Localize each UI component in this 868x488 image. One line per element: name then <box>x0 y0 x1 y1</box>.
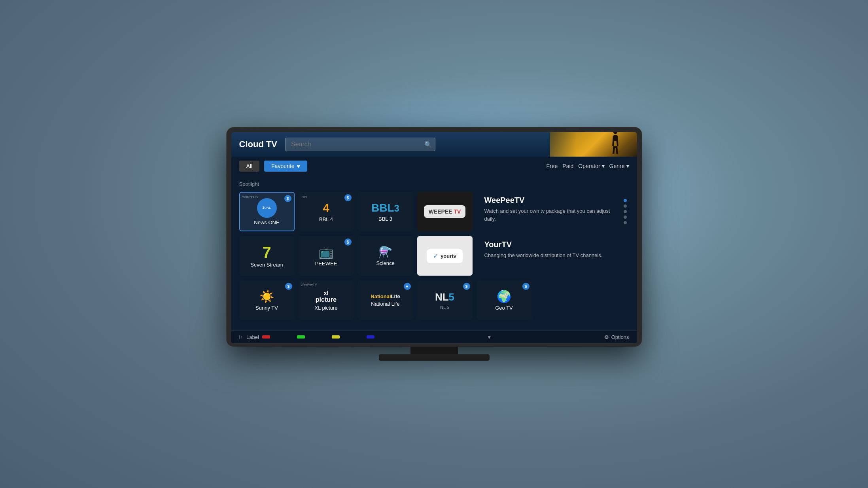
channel-science[interactable]: ⚗️ Science <box>358 236 413 276</box>
red-btn[interactable] <box>262 335 270 339</box>
seven-name: Seven Stream <box>250 262 283 268</box>
options-btn[interactable]: ⚙ Options <box>604 334 629 340</box>
channel-peewee[interactable]: 📺 PEEWEE $ <box>299 236 354 276</box>
dot-5[interactable] <box>624 221 627 224</box>
svg-point-0 <box>613 132 617 134</box>
national-life-name: National Life <box>371 301 399 307</box>
channel-national-life[interactable]: NationalLife National Life ♥ <box>358 280 413 320</box>
channel-weepeetv[interactable]: WEEPEE TV <box>417 192 473 231</box>
blue-btn[interactable] <box>367 335 374 339</box>
geo-name: Geo TV <box>495 305 513 311</box>
dot-4[interactable] <box>624 216 627 219</box>
xl-name: XL picture <box>314 305 337 311</box>
channel-geo-tv[interactable]: 🌍 Geo TV $ <box>477 280 532 320</box>
filter-all-btn[interactable]: All <box>239 161 260 172</box>
peewee-name: PEEWEE <box>315 261 337 267</box>
row-1: WeePeeTV 1 ONE News ONE $ BBL 4 BBL 4 $ <box>239 192 629 231</box>
nl5-name: NL 5 <box>440 305 449 310</box>
channel-sunny-tv[interactable]: ☀️ Sunny TV $ <box>239 280 295 320</box>
bbl3-logo: BBL3 <box>371 202 399 214</box>
news-one-name: News ONE <box>254 219 279 225</box>
geotv-icon: 🌍 <box>497 289 511 303</box>
filter-favourite-btn[interactable]: Favourite ♥ <box>264 161 307 172</box>
spotlight-panel-2: YourTV Changing the worldwide distributi… <box>477 236 629 263</box>
spotlight-panel-1: WeePeeTV Watch and set your own tv packa… <box>477 192 629 227</box>
national-life-logo: NationalLife <box>371 293 400 299</box>
channel-bbl4[interactable]: BBL 4 BBL 4 $ <box>299 192 354 231</box>
channel-bbl3[interactable]: BBL3 BBL 3 <box>358 192 413 231</box>
spotlight-desc-1: Watch and set your own tv package that y… <box>484 207 621 223</box>
row-3: ☀️ Sunny TV $ WeePeeTV xl picture XL pic… <box>239 280 629 320</box>
news-one-logo: 1 ONE <box>257 198 277 218</box>
science-icon: ⚗️ <box>378 246 392 259</box>
thumbnail-silhouette <box>609 132 621 157</box>
xl-logo: xl picture <box>316 290 337 303</box>
spotlight-name-1: WeePeeTV <box>484 196 621 205</box>
science-name: Science <box>376 260 394 266</box>
yourtv-logo: ✓ yourtv <box>427 249 463 263</box>
app-title: Cloud TV <box>239 139 278 149</box>
sunny-paid: $ <box>285 283 292 290</box>
sunny-icon: ☀️ <box>259 289 274 303</box>
nl5-logo: NL5 <box>435 291 454 303</box>
national-life-fav: ♥ <box>404 283 411 290</box>
news-one-paid: $ <box>284 195 291 202</box>
filter-free-btn[interactable]: Free <box>547 163 558 169</box>
seven-logo: 7 <box>262 244 271 260</box>
filter-bar: All Favourite ♥ Free Paid Operator ▾ Gen… <box>231 157 637 176</box>
nl5-paid: $ <box>463 283 470 290</box>
bbl4-paid: $ <box>344 194 352 201</box>
label-text: Label <box>246 334 259 340</box>
bottom-info: i+ Label <box>239 334 374 340</box>
bbl4-name: BBL 4 <box>319 216 333 222</box>
tv-wrapper: Cloud TV 🔍 All <box>217 127 652 361</box>
weeepetv-tag: WeePeeTV <box>242 195 259 199</box>
search-button[interactable]: 🔍 <box>424 141 432 148</box>
main-content: Spotlight WeePeeTV 1 ONE News ONE $ <box>231 176 637 330</box>
channel-seven-stream[interactable]: 7 Seven Stream <box>239 236 295 276</box>
header-thumbnail <box>550 132 637 157</box>
sunny-name: Sunny TV <box>255 305 278 311</box>
dot-1[interactable] <box>624 199 627 202</box>
header: Cloud TV 🔍 <box>231 132 637 157</box>
geo-paid: $ <box>522 283 529 290</box>
bottom-bar: i+ Label ▼ ⚙ Options <box>231 330 637 343</box>
dot-3[interactable] <box>624 210 627 213</box>
tv-frame: Cloud TV 🔍 All <box>227 127 642 346</box>
section-spotlight-label: Spotlight <box>239 181 629 187</box>
xl-weeepetv-tag: WeePeeTV <box>301 283 317 286</box>
peewee-icon: 📺 <box>319 245 333 259</box>
yellow-btn[interactable] <box>332 335 340 339</box>
channel-news-one[interactable]: WeePeeTV 1 ONE News ONE $ <box>239 192 295 231</box>
search-input[interactable] <box>285 138 435 151</box>
spotlight-name-2: YourTV <box>484 240 621 249</box>
row-2: 7 Seven Stream 📺 PEEWEE $ ⚗️ Science <box>239 236 629 276</box>
bbl3-name: BBL 3 <box>378 216 392 222</box>
channel-nl5[interactable]: NL5 NL 5 $ <box>417 280 473 320</box>
spotlight-desc-2: Changing the worldwide distribution of T… <box>484 252 621 259</box>
dots-nav <box>624 199 627 224</box>
bbl4-logo: 4 <box>323 201 329 215</box>
search-bar: 🔍 <box>285 138 435 151</box>
filter-genre-btn[interactable]: Genre ▾ <box>609 163 629 169</box>
channel-xl-picture[interactable]: WeePeeTV xl picture XL picture <box>299 280 354 320</box>
green-btn[interactable] <box>297 335 305 339</box>
channel-yourtv[interactable]: ✓ yourtv <box>417 236 473 276</box>
filter-operator-btn[interactable]: Operator ▾ <box>578 163 604 169</box>
down-arrow: ▼ <box>382 334 596 340</box>
dot-2[interactable] <box>624 204 627 208</box>
filter-paid-btn[interactable]: Paid <box>562 163 573 169</box>
weepeetv-logo: WEEPEE TV <box>424 205 466 218</box>
tv-screen: Cloud TV 🔍 All <box>231 132 637 343</box>
tv-stand-base <box>379 354 490 361</box>
peewee-paid: $ <box>344 238 352 246</box>
tv-stand-neck <box>410 346 458 354</box>
